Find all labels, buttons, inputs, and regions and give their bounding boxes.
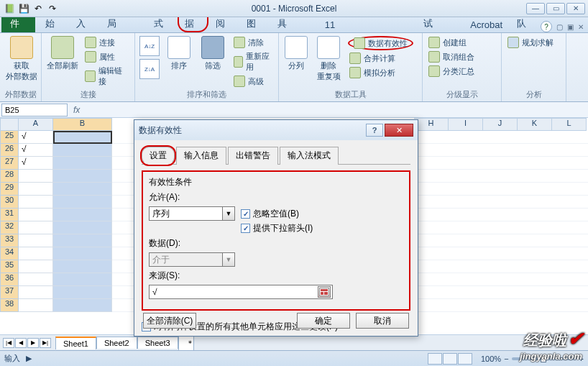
cell[interactable] — [19, 234, 53, 247]
refresh-all-button[interactable]: 全部刷新 — [46, 36, 79, 88]
row-header[interactable]: 27 — [0, 157, 19, 170]
connections-button[interactable]: 连接 — [83, 36, 130, 49]
cell[interactable] — [53, 299, 112, 312]
cell[interactable] — [53, 247, 112, 260]
cell[interactable] — [53, 209, 112, 221]
cell[interactable] — [53, 144, 112, 157]
row-header[interactable]: 31 — [0, 209, 19, 221]
page-layout-button[interactable] — [443, 353, 457, 365]
col-header-J[interactable]: J — [483, 118, 518, 131]
remove-duplicates-button[interactable]: 删除 重复项 — [313, 36, 344, 82]
cell[interactable]: √ — [19, 144, 53, 157]
row-header[interactable]: 28 — [0, 170, 19, 183]
select-all-corner[interactable] — [0, 118, 19, 131]
sheet-tab-1[interactable]: Sheet1 — [55, 337, 96, 349]
solver-button[interactable]: 规划求解 — [506, 36, 561, 49]
row-header[interactable]: 36 — [0, 273, 19, 286]
cell[interactable] — [19, 273, 53, 286]
dialog-tab-error-alert[interactable]: 出错警告 — [228, 147, 278, 165]
next-sheet-button[interactable]: ▶ — [27, 338, 39, 348]
cell[interactable] — [19, 299, 53, 312]
row-header[interactable]: 30 — [0, 196, 19, 209]
row-header[interactable]: 35 — [0, 260, 19, 273]
prev-sheet-button[interactable]: ◀ — [15, 338, 27, 348]
fx-icon[interactable]: fx — [69, 105, 84, 115]
macro-record-icon[interactable]: ▶ — [26, 354, 32, 363]
col-header-K[interactable]: K — [518, 118, 552, 131]
cell[interactable]: √ — [19, 131, 53, 144]
cell[interactable] — [19, 221, 53, 234]
data-validation-button[interactable]: 数据有效性 — [348, 36, 413, 50]
filter-button[interactable]: 筛选 — [198, 36, 227, 88]
redo-icon[interactable]: ↷ — [46, 2, 59, 15]
sort-button[interactable]: 排序 — [164, 36, 193, 88]
cell[interactable] — [19, 196, 53, 209]
dialog-titlebar[interactable]: 数据有效性 ? ✕ — [134, 120, 418, 140]
zoom-out-button[interactable]: − — [504, 354, 508, 363]
dialog-tab-input-message[interactable]: 输入信息 — [176, 147, 226, 165]
subtotal-button[interactable]: 分类汇总 — [427, 65, 497, 78]
last-sheet-button[interactable]: ▶| — [40, 338, 51, 348]
properties-button[interactable]: 属性 — [83, 50, 130, 63]
ignore-blank-checkbox[interactable]: ✓ 忽略空值(B) — [241, 208, 299, 220]
consolidate-button[interactable]: 合并计算 — [348, 52, 413, 65]
zoom-level[interactable]: 100% — [481, 354, 501, 363]
in-cell-dropdown-checkbox[interactable]: ✓ 提供下拉箭头(I) — [241, 222, 313, 234]
close-button[interactable]: ✕ — [566, 3, 585, 14]
close-child-icon[interactable]: ✕ — [578, 23, 584, 31]
get-external-data-button[interactable]: 获取 外部数据 — [4, 36, 39, 82]
cell[interactable] — [53, 273, 112, 286]
reapply-button[interactable]: 重新应用 — [232, 50, 274, 73]
row-header[interactable]: 25 — [0, 131, 19, 144]
edit-links-button[interactable]: 编辑链接 — [83, 65, 130, 88]
help-icon[interactable]: ? — [541, 21, 552, 32]
row-header[interactable]: 33 — [0, 234, 19, 247]
source-input[interactable]: √ — [149, 285, 333, 299]
cell[interactable] — [53, 286, 112, 299]
clear-all-button[interactable]: 全部清除(C) — [143, 313, 196, 329]
ok-button[interactable]: 确定 — [297, 313, 350, 329]
cell[interactable] — [53, 183, 112, 196]
sort-desc-button[interactable]: Z↓A — [139, 59, 160, 79]
advanced-button[interactable]: 高级 — [232, 75, 274, 88]
minimize-ribbon-icon[interactable]: ▢ — [556, 23, 563, 31]
cell[interactable] — [53, 131, 112, 144]
row-header[interactable]: 32 — [0, 221, 19, 234]
dialog-tab-ime-mode[interactable]: 输入法模式 — [280, 147, 339, 165]
cell[interactable] — [53, 234, 112, 247]
cell[interactable] — [19, 260, 53, 273]
cell[interactable] — [53, 157, 112, 170]
cell[interactable] — [53, 196, 112, 209]
name-box[interactable] — [1, 104, 68, 116]
clear-filter-button[interactable]: 清除 — [232, 36, 274, 49]
dialog-help-button[interactable]: ? — [366, 124, 383, 137]
dialog-tab-settings[interactable]: 设置 — [142, 147, 175, 165]
sort-asc-button[interactable]: A↓Z — [139, 36, 160, 56]
tab-acrobat[interactable]: Acrobat — [463, 17, 510, 32]
row-header[interactable]: 38 — [0, 299, 19, 312]
col-header-B[interactable]: B — [53, 118, 112, 131]
save-icon[interactable]: 💾 — [17, 2, 30, 15]
col-header-H[interactable]: H — [414, 118, 449, 131]
allow-combo[interactable]: 序列 ▼ — [149, 206, 235, 221]
cell[interactable] — [19, 247, 53, 260]
cell[interactable] — [53, 260, 112, 273]
group-button[interactable]: 创建组 — [427, 36, 497, 49]
cell[interactable]: √ — [19, 157, 53, 170]
row-header[interactable]: 34 — [0, 247, 19, 260]
minimize-button[interactable]: — — [526, 3, 545, 14]
dialog-close-button[interactable]: ✕ — [385, 124, 413, 137]
normal-view-button[interactable] — [428, 353, 442, 365]
cell[interactable] — [53, 221, 112, 234]
cancel-button[interactable]: 取消 — [356, 313, 409, 329]
whatif-button[interactable]: 模拟分析 — [348, 66, 413, 79]
cell[interactable] — [19, 170, 53, 183]
cell[interactable] — [19, 286, 53, 299]
text-to-columns-button[interactable]: 分列 — [283, 36, 309, 82]
cell[interactable] — [53, 170, 112, 183]
first-sheet-button[interactable]: |◀ — [3, 338, 14, 348]
cell[interactable] — [19, 183, 53, 196]
ungroup-button[interactable]: 取消组合 — [427, 50, 497, 63]
sheet-tab-2[interactable]: Sheet2 — [96, 337, 137, 349]
page-break-button[interactable] — [458, 353, 472, 365]
